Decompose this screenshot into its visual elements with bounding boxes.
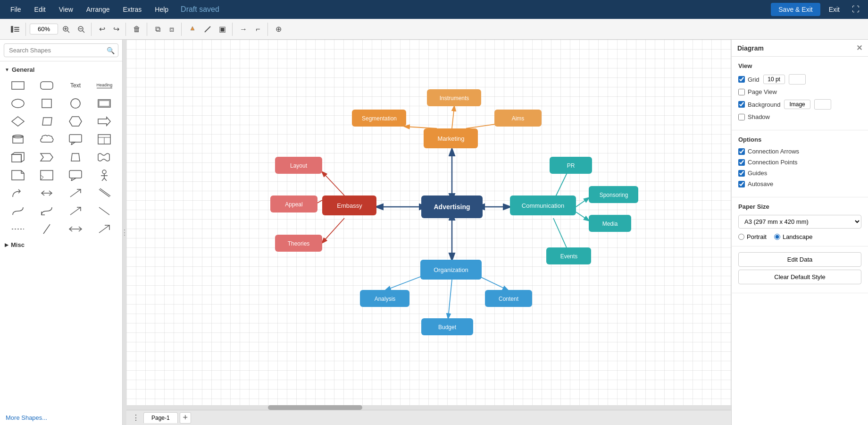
zoom-out-button[interactable] xyxy=(74,23,88,36)
shape-speech-bubble[interactable] xyxy=(62,167,90,184)
shape-diagonal-line[interactable] xyxy=(91,203,118,220)
diagram-canvas[interactable]: Advertising Marketing Communication Orga… xyxy=(126,40,731,425)
shape-pencil[interactable] xyxy=(91,185,118,202)
panel-close-button[interactable]: ✕ xyxy=(856,43,862,52)
background-checkbox-label[interactable]: Background xyxy=(738,101,780,108)
more-shapes-link[interactable]: More Shapes... xyxy=(0,410,122,425)
shape-arrow-left-right[interactable] xyxy=(62,221,90,238)
redo-button[interactable]: ↪ xyxy=(109,23,123,36)
menu-item-help[interactable]: Help xyxy=(149,4,174,15)
landscape-radio-label[interactable]: Landscape xyxy=(774,233,813,240)
shape-hexagon[interactable] xyxy=(62,113,90,130)
shape-heading[interactable]: Heading xyxy=(91,77,118,94)
canvas-scrollbar[interactable] xyxy=(126,405,731,410)
shape-slash[interactable] xyxy=(33,221,60,238)
page-menu-button[interactable]: ⋮ xyxy=(130,412,142,424)
grid-checkbox-label[interactable]: Grid xyxy=(738,76,760,83)
shape-chevron[interactable] xyxy=(33,149,60,166)
shape-diamond[interactable] xyxy=(4,113,32,130)
copy-button[interactable]: ⧉ xyxy=(151,23,164,36)
background-row: Background Image xyxy=(738,99,861,110)
page-view-checkbox-label[interactable]: Page View xyxy=(738,88,777,95)
edit-data-button[interactable]: Edit Data xyxy=(738,252,861,267)
general-section-header[interactable]: ▼ General xyxy=(0,64,122,75)
shape-text[interactable]: Text xyxy=(62,77,90,94)
paper-size-select[interactable]: A3 (297 mm x 420 mm) xyxy=(738,215,861,229)
menu-item-edit[interactable]: Edit xyxy=(29,4,51,15)
menu-item-extras[interactable]: Extras xyxy=(117,4,148,15)
scrollbar-thumb[interactable] xyxy=(268,405,362,410)
zoom-in-button[interactable] xyxy=(59,23,73,36)
connection-points-label[interactable]: Connection Points xyxy=(738,159,798,166)
shape-3d-box[interactable] xyxy=(4,149,32,166)
shape-arrow-ne[interactable] xyxy=(91,221,118,238)
connection-arrows-label[interactable]: Connection Arrows xyxy=(738,148,799,155)
shadow-checkbox[interactable] xyxy=(738,114,745,120)
sidebar-toggle-button[interactable] xyxy=(8,23,23,36)
shape-folded[interactable] xyxy=(33,167,60,184)
shape-callout[interactable] xyxy=(62,131,90,148)
image-button[interactable]: Image xyxy=(784,100,810,109)
delete-button[interactable]: 🗑 xyxy=(130,23,144,36)
search-input[interactable] xyxy=(4,43,118,57)
connection-arrows-checkbox[interactable] xyxy=(738,148,745,155)
shape-s-curve[interactable] xyxy=(4,203,32,220)
portrait-radio-label[interactable]: Portrait xyxy=(738,233,767,240)
insert-button[interactable]: ⊕ xyxy=(272,23,285,36)
shape-rectangle[interactable] xyxy=(4,77,32,94)
shape-curve-arrow[interactable] xyxy=(4,185,32,202)
grid-color-box[interactable] xyxy=(789,74,806,85)
shape-ellipse[interactable] xyxy=(4,95,32,112)
connection-style-button[interactable]: → xyxy=(236,23,250,36)
menu-item-view[interactable]: View xyxy=(53,4,79,15)
save-exit-button[interactable]: Save & Exit xyxy=(771,3,820,16)
shape-rounded-rect[interactable] xyxy=(33,77,60,94)
shadow-checkbox-label[interactable]: Shadow xyxy=(738,113,770,120)
canvas-area[interactable]: Advertising Marketing Communication Orga… xyxy=(126,40,731,425)
shape-note[interactable] xyxy=(4,167,32,184)
shape-trapezoid[interactable] xyxy=(62,149,90,166)
undo-button[interactable]: ↩ xyxy=(95,23,108,36)
menu-item-arrange[interactable]: Arrange xyxy=(81,4,116,15)
guides-checkbox[interactable] xyxy=(738,170,745,177)
shape-cylinder[interactable] xyxy=(4,131,32,148)
connection-points-checkbox[interactable] xyxy=(738,159,745,166)
fullscreen-button[interactable]: ⛶ xyxy=(848,3,863,16)
shape-circle[interactable] xyxy=(62,95,90,112)
clear-default-style-button[interactable]: Clear Default Style xyxy=(738,270,861,284)
shape-double-arrow[interactable] xyxy=(33,185,60,202)
exit-button[interactable]: Exit xyxy=(823,3,845,16)
fill-color-button[interactable] xyxy=(185,23,200,36)
guides-label[interactable]: Guides xyxy=(738,170,767,177)
misc-section-header[interactable]: ▶ Misc xyxy=(0,239,122,250)
shape-arrow-right[interactable] xyxy=(91,113,118,130)
line-color-button[interactable] xyxy=(200,23,215,36)
shape-double-rect[interactable] xyxy=(91,95,118,112)
shape-square[interactable] xyxy=(33,95,60,112)
shape-table[interactable] xyxy=(91,131,118,148)
shape-diagonal-arrow[interactable] xyxy=(62,185,90,202)
page-view-checkbox[interactable] xyxy=(738,89,745,95)
grid-pt-input[interactable] xyxy=(763,75,785,84)
panel-divider[interactable] xyxy=(123,40,126,425)
autosave-label[interactable]: Autosave xyxy=(738,180,773,187)
autosave-checkbox[interactable] xyxy=(738,181,745,187)
portrait-radio[interactable] xyxy=(738,234,744,240)
shape-cloud[interactable] xyxy=(33,131,60,148)
waypoint-button[interactable]: ⌐ xyxy=(251,23,265,36)
shape-wave[interactable] xyxy=(91,149,118,166)
shape-parallelogram[interactable] xyxy=(33,113,60,130)
add-page-button[interactable]: + xyxy=(180,412,191,424)
menu-item-file[interactable]: File xyxy=(5,4,27,15)
shape-dotted-line[interactable] xyxy=(4,221,32,238)
grid-checkbox[interactable] xyxy=(738,76,745,83)
shape-person[interactable] xyxy=(91,167,118,184)
shape-curved-double[interactable] xyxy=(33,203,60,220)
background-color-box[interactable] xyxy=(814,99,831,110)
landscape-radio[interactable] xyxy=(774,234,780,240)
background-checkbox[interactable] xyxy=(738,101,745,108)
page-tab-1[interactable]: Page-1 xyxy=(143,412,178,423)
shadow-button[interactable]: ▣ xyxy=(216,23,229,36)
duplicate-button[interactable]: ⧈ xyxy=(165,23,178,36)
shape-diagonal-up[interactable] xyxy=(62,203,90,220)
